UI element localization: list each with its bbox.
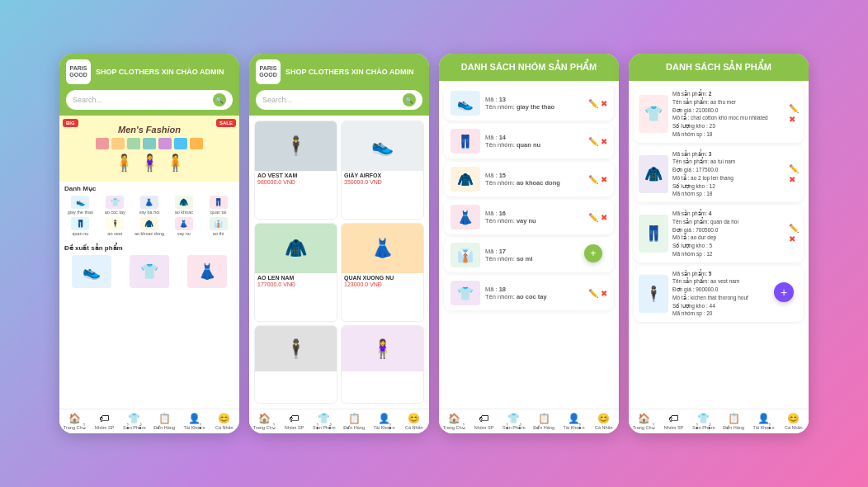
search-wrap-1[interactable]: Search... 🔍 bbox=[66, 90, 233, 110]
de-xuat-item-1[interactable]: 👕 bbox=[122, 255, 177, 288]
nav-nhom-sp-2[interactable]: 🏷 Nhóm SP bbox=[279, 413, 309, 430]
cat-item-0[interactable]: 👟 giay the thao bbox=[64, 196, 97, 215]
sp-edit-2[interactable]: ✏️ bbox=[789, 224, 799, 233]
nav-tai-khoan-3[interactable]: 👤 Tài Khoản bbox=[559, 413, 588, 430]
edit-btn-0[interactable]: ✏️ bbox=[588, 99, 598, 108]
nav-label-dh-1: Đơn Hàng bbox=[153, 425, 175, 430]
product-img-1: 👟 bbox=[342, 121, 423, 171]
nhom-info-0: Mã : 13 Tên nhóm: giay the thao bbox=[485, 96, 583, 111]
nav-ca-nhan-1[interactable]: 😊 Cá Nhân bbox=[210, 413, 239, 430]
cat-label-4: quan tai bbox=[210, 210, 227, 215]
nav-ca-nhan-2[interactable]: 😊 Cá Nhân bbox=[399, 413, 429, 430]
product-name-2: AO LEN NAM bbox=[255, 273, 337, 281]
cat-item-3[interactable]: 🧥 ao khoac bbox=[167, 196, 200, 215]
sp-edit-1[interactable]: ✏️ bbox=[789, 164, 799, 173]
cat-item-7[interactable]: 🧥 ao khoac dong bbox=[134, 217, 166, 236]
nav-nhom-sp-3[interactable]: 🏷 Nhóm SP bbox=[469, 413, 498, 430]
nav-don-hang-4[interactable]: 📋 Đơn Hàng bbox=[719, 413, 748, 430]
search-icon-1[interactable]: 🔍 bbox=[213, 93, 226, 106]
edit-btn-1[interactable]: ✏️ bbox=[588, 137, 598, 146]
cat-label-6: ao vest bbox=[107, 231, 122, 236]
sp-del-2[interactable]: ✖ bbox=[789, 234, 799, 244]
nav-tai-khoan-1[interactable]: 👤 Tài Khoản bbox=[179, 413, 209, 430]
del-btn-3[interactable]: ✖ bbox=[601, 213, 607, 222]
nav-don-hang-1[interactable]: 📋 Đơn Hàng bbox=[149, 413, 179, 430]
nav-san-pham-3[interactable]: 👕 Sản Phẩm bbox=[499, 413, 529, 430]
sp-item-1: 🧥 Mã sản phẩm: 3 Tên sản phẩm: ao tui na… bbox=[634, 146, 804, 203]
sp-edit-0[interactable]: ✏️ bbox=[789, 104, 799, 113]
cat-item-4[interactable]: 👖 quan tai bbox=[202, 196, 234, 215]
product-img-0: 🕴 bbox=[255, 121, 337, 171]
product-card-5[interactable]: 🧍‍♀️ bbox=[341, 325, 424, 404]
cat-item-9[interactable]: 👔 ao thi bbox=[202, 217, 234, 236]
nhom-item-1: 👖 Mã : 14 Tên nhóm: quan nu ✏️ ✖ bbox=[444, 124, 614, 158]
product-card-1[interactable]: 👟 GIÀY AIRFOX 350000.0 VNĐ bbox=[341, 121, 424, 220]
nhom-item-3: 👗 Mã : 16 Tên nhóm: vay nu ✏️ ✖ bbox=[444, 200, 614, 234]
nav-nhom-sp-4[interactable]: 🏷 Nhóm SP bbox=[658, 413, 688, 430]
product-card-2[interactable]: 🧥 AO LEN NAM 177000.0 VNĐ bbox=[254, 223, 337, 322]
add-fab-nhom[interactable]: + bbox=[584, 244, 602, 262]
nav-trang-chu-2[interactable]: 🏠 Trang Chủ bbox=[249, 413, 279, 430]
sp-del-0[interactable]: ✖ bbox=[789, 115, 799, 124]
nav-ca-nhan-4[interactable]: 😊 Cá Nhân bbox=[779, 413, 809, 430]
sp-slk-0: Số lượng kho : 23 bbox=[672, 122, 785, 130]
cat-item-8[interactable]: 👗 vay nu bbox=[167, 217, 200, 236]
nav-tai-khoan-4[interactable]: 👤 Tài Khoản bbox=[748, 413, 778, 430]
nav-icon-nhom-1: 🏷 bbox=[99, 413, 109, 424]
screen-home: PARIS GOOD SHOP CLOTHERS XIN CHÀO ADMIN … bbox=[59, 54, 239, 433]
cat-icon-8: 👗 bbox=[175, 217, 193, 230]
screen-sp-list: DANH SÁCH SẢN PHẨM 👕 Mã sản phẩm: 2 Tên … bbox=[629, 54, 809, 433]
sp-slk-1: Số lượng kho : 12 bbox=[672, 182, 785, 191]
nav-san-pham-2[interactable]: 👕 Sản Phẩm bbox=[309, 413, 339, 430]
cat-item-6[interactable]: 🕴 ao vest bbox=[99, 217, 131, 236]
sp-del-1[interactable]: ✖ bbox=[789, 175, 799, 184]
de-xuat-item-0[interactable]: 👟 bbox=[64, 255, 120, 288]
cat-label-3: ao khoac bbox=[175, 210, 193, 215]
nav-trang-chu-1[interactable]: 🏠 Trang Chủ bbox=[59, 413, 89, 430]
nhom-actions-0: ✏️ ✖ bbox=[588, 99, 607, 108]
screen1-body: BIG SALE Men's Fashion 🧍 bbox=[59, 116, 239, 409]
product-card-0[interactable]: 🕴 AO VEST XAM 980000.0 VNĐ bbox=[254, 121, 337, 220]
search-wrap-2[interactable]: Search... 🔍 bbox=[256, 90, 422, 110]
edit-btn-3[interactable]: ✏️ bbox=[588, 213, 598, 222]
sp-don-gia-1: Đơn giá : 177500.0 bbox=[672, 166, 785, 174]
search-bar-1: Search... 🔍 bbox=[59, 90, 239, 116]
nav-nhom-sp-1[interactable]: 🏷 Nhóm SP bbox=[89, 413, 119, 430]
product-card-3[interactable]: 👗 QUAN XUONG NU 123000.0 VNĐ bbox=[341, 223, 424, 322]
cat-item-2[interactable]: 👗 vay ba hoi bbox=[134, 196, 166, 215]
screen-nhom: DANH SÁCH NHÓM SẢN PHẨM 👟 Mã : 13 Tên nh… bbox=[439, 54, 619, 433]
del-btn-0[interactable]: ✖ bbox=[601, 99, 607, 108]
nav-icon-sp-4: 👕 bbox=[697, 413, 710, 424]
nav-san-pham-4[interactable]: 👕 Sản Phẩm bbox=[689, 413, 719, 430]
sp-ma-sp-label-1: Mã sản phẩm: 3 bbox=[672, 150, 785, 158]
nav-trang-chu-3[interactable]: 🏠 Trang Chủ bbox=[439, 413, 469, 430]
del-btn-1[interactable]: ✖ bbox=[601, 137, 607, 146]
app-title-1: SHOP CLOTHERS XIN CHÀO ADMIN bbox=[96, 68, 224, 76]
de-xuat-img-0: 👟 bbox=[72, 255, 111, 288]
product-name-1: GIÀY AIRFOX bbox=[342, 171, 423, 178]
sp-ma-nhom-1: Mã nhóm sp : 18 bbox=[672, 190, 785, 198]
nav-label-home-2: Trang Chủ bbox=[253, 425, 276, 430]
del-btn-2[interactable]: ✖ bbox=[601, 175, 607, 184]
cat-item-5[interactable]: 👖 quan nu bbox=[64, 217, 97, 236]
sp-list: 👕 Mã sản phẩm: 2 Tên sản phẩm: ao thu me… bbox=[629, 81, 809, 409]
sp-don-gia-0: Đơn giá : 210000.0 bbox=[672, 106, 785, 115]
product-card-4[interactable]: 🕴 bbox=[254, 325, 337, 404]
search-icon-2[interactable]: 🔍 bbox=[403, 93, 416, 106]
nav-don-hang-2[interactable]: 📋 Đơn Hàng bbox=[339, 413, 369, 430]
nav-icon-tk-3: 👤 bbox=[568, 413, 580, 424]
de-xuat-item-2[interactable]: 👗 bbox=[179, 255, 234, 288]
nav-san-pham-1[interactable]: 👕 Sản Phẩm bbox=[120, 413, 149, 430]
edit-btn-2[interactable]: ✏️ bbox=[588, 175, 598, 184]
del-btn-5[interactable]: ✖ bbox=[601, 289, 607, 298]
nav-trang-chu-4[interactable]: 🏠 Trang Chủ bbox=[629, 413, 658, 430]
nav-label-home-4: Trang Chủ bbox=[633, 425, 655, 430]
cat-item-1[interactable]: 👕 ao coc tay bbox=[99, 196, 131, 215]
edit-btn-5[interactable]: ✏️ bbox=[588, 289, 598, 298]
nav-icon-cn-4: 😊 bbox=[787, 413, 800, 424]
nav-tai-khoan-2[interactable]: 👤 Tài Khoản bbox=[369, 413, 399, 430]
sp-img-1: 🧥 bbox=[639, 155, 668, 193]
add-fab-sp[interactable]: + bbox=[774, 282, 794, 302]
nav-ca-nhan-3[interactable]: 😊 Cá Nhân bbox=[589, 413, 619, 430]
nav-don-hang-3[interactable]: 📋 Đơn Hàng bbox=[529, 413, 559, 430]
